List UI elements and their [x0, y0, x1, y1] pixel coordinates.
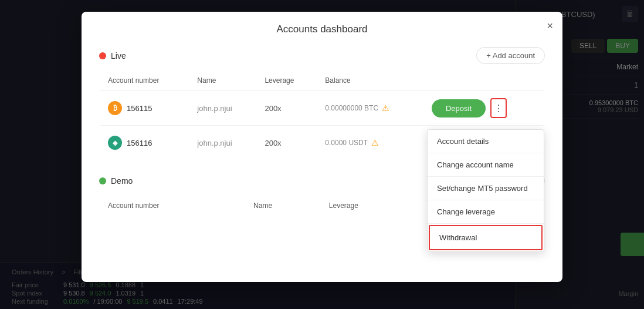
- balance-cell-1: 0.00000000 BTC ⚠: [317, 91, 423, 126]
- modal-overlay: × Accounts dashboard Live + Add account …: [0, 0, 644, 309]
- leverage-value-1: 200x: [265, 104, 281, 113]
- usdt-icon: ◈: [108, 136, 122, 150]
- demo-label: Demo: [111, 176, 133, 186]
- account-name-1: john.p.njui: [197, 104, 232, 113]
- account-num-wrapper-2: ◈ 156116: [108, 136, 181, 150]
- actions-cell-1: Deposit ⋮: [423, 91, 545, 126]
- demo-indicator: [99, 177, 106, 184]
- live-section-header: Live + Add account: [99, 47, 545, 64]
- live-add-account-label: + Add account: [486, 51, 535, 60]
- dropdown-mt5-password[interactable]: Set/change MT5 password: [428, 177, 544, 200]
- balance-value-1: 0.00000000 BTC: [325, 104, 378, 112]
- modal-close-button[interactable]: ×: [547, 20, 553, 32]
- name-cell-2: john.p.njui: [189, 126, 256, 160]
- dropdown-withdrawal[interactable]: Withdrawal: [429, 225, 543, 250]
- live-indicator: [99, 52, 106, 59]
- leverage-cell-2: 200x: [256, 126, 317, 160]
- demo-col-account-number: Account number: [100, 196, 246, 216]
- col-name: Name: [189, 70, 256, 91]
- live-label: Live: [111, 51, 126, 61]
- balance-cell-2: 0.0000 USDT ⚠: [317, 126, 423, 160]
- col-account-number: Account number: [100, 70, 189, 91]
- deposit-button-1[interactable]: Deposit: [432, 99, 486, 117]
- balance-wrapper-2: 0.0000 USDT ⚠: [325, 138, 415, 147]
- dropdown-change-leverage[interactable]: Change leverage: [428, 200, 544, 224]
- col-actions: [423, 70, 545, 91]
- leverage-cell-1: 200x: [256, 91, 317, 126]
- account-num-wrapper: ₿ 156115: [108, 101, 181, 115]
- live-add-account-button[interactable]: + Add account: [476, 47, 545, 64]
- context-menu: Account details Change account name Set/…: [427, 129, 544, 252]
- warning-icon-2: ⚠: [371, 138, 379, 147]
- account-name-2: john.p.njui: [197, 139, 232, 147]
- balance-value-2: 0.0000 USDT: [325, 139, 368, 147]
- table-header-row: Account number Name Leverage Balance: [100, 70, 545, 91]
- more-options-button-1[interactable]: ⋮: [490, 98, 507, 118]
- account-id-1: 156115: [127, 104, 152, 113]
- demo-col-leverage: Leverage: [321, 196, 419, 216]
- btc-icon: ₿: [108, 101, 122, 115]
- balance-wrapper-1: 0.00000000 BTC ⚠: [325, 103, 415, 113]
- account-number-cell: ₿ 156115: [100, 91, 189, 126]
- dropdown-change-name[interactable]: Change account name: [428, 153, 544, 177]
- live-section-label: Live: [99, 51, 126, 61]
- modal-title: Accounts dashboard: [99, 23, 545, 35]
- table-row: ₿ 156115 john.p.njui 200x 0.00000000 BTC…: [100, 91, 545, 126]
- dropdown-account-details[interactable]: Account details: [428, 130, 544, 153]
- name-cell-1: john.p.njui: [189, 91, 256, 126]
- account-number-cell-2: ◈ 156116: [100, 126, 189, 160]
- account-id-2: 156116: [127, 139, 152, 147]
- demo-col-name: Name: [245, 196, 321, 216]
- action-wrapper-1: Deposit ⋮: [432, 98, 536, 118]
- col-leverage: Leverage: [256, 70, 317, 91]
- demo-section-label: Demo: [99, 176, 133, 186]
- leverage-value-2: 200x: [265, 139, 281, 147]
- warning-icon-1: ⚠: [382, 103, 389, 113]
- col-balance: Balance: [317, 70, 423, 91]
